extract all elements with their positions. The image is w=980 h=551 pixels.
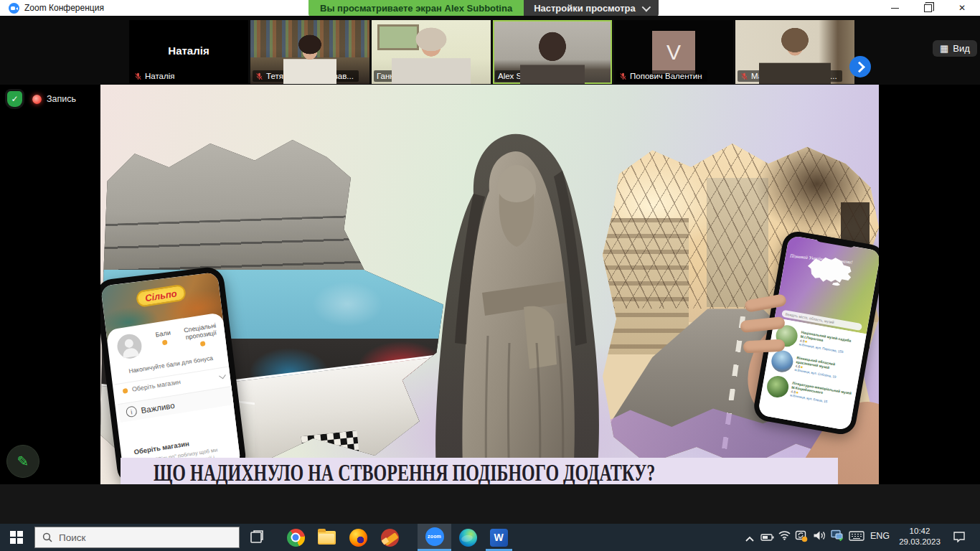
task-view-button[interactable] <box>248 529 265 545</box>
participant-tile-tetyana[interactable]: Тетяна Ткаченко, зав... <box>250 20 369 84</box>
annotate-button[interactable]: ✎ <box>6 445 39 478</box>
offers-dot <box>199 341 205 347</box>
points-dot <box>161 339 167 345</box>
muted-mic-icon <box>740 72 748 80</box>
participant-name-label: Тетяна Ткаченко, зав... <box>266 72 354 80</box>
recording-indicator: Запись <box>47 94 76 104</box>
store-dot-icon <box>123 387 128 393</box>
muted-mic-icon <box>134 72 142 80</box>
taskbar-search-input[interactable]: Поиск <box>34 527 240 548</box>
clock[interactable]: 10:42 29.03.2023 <box>895 526 944 547</box>
silpo-logo: Сільпо <box>136 284 187 308</box>
view-mode-button[interactable]: ▦Вид <box>933 40 977 57</box>
security-shield-icon[interactable]: ✓ <box>7 91 22 107</box>
search-placeholder: Поиск <box>59 532 85 543</box>
zoom-toolbar: Включить звук Начать видео 26 Участники … <box>0 484 980 524</box>
taskbar-zoom-icon-active[interactable]: zoom <box>418 524 451 551</box>
ukraine-map-icon <box>802 247 860 288</box>
tree-canopy <box>755 133 879 235</box>
participant-name-label: Наталія <box>145 72 174 80</box>
participant-tile-ganna[interactable]: Ганна Михайліченко <box>372 20 491 84</box>
view-options-label: Настройки просмотра <box>534 3 636 14</box>
restore-button[interactable] <box>911 0 944 16</box>
zoom-app-icon <box>9 3 19 14</box>
participant-name-label: Ганна Михайліченко <box>377 72 454 80</box>
volume-icon[interactable] <box>813 530 826 544</box>
participant-name-label: Марина Балджи, ОН... <box>751 72 837 80</box>
notification-center-icon[interactable] <box>953 531 966 545</box>
screen-share-banner: Вы просматриваете экран Alex Subbotina Н… <box>308 0 659 17</box>
select-store-label: Оберіть магазин <box>131 378 181 393</box>
info-icon: i <box>126 405 138 418</box>
next-participants-button[interactable] <box>849 56 871 77</box>
pencil-icon: ✎ <box>17 453 29 470</box>
close-button[interactable]: ✕ <box>946 0 979 16</box>
muted-mic-icon <box>255 72 263 80</box>
taskbar-explorer-icon[interactable] <box>316 527 336 547</box>
muted-mic-icon <box>619 72 627 80</box>
participants-filmstrip: Наталія Наталія Тетяна Ткаченко, зав... … <box>0 16 980 85</box>
restore-icon <box>924 4 932 12</box>
taskbar-firefox-icon[interactable] <box>348 527 368 547</box>
minimize-button[interactable] <box>878 0 911 16</box>
shared-screen-slide: РИБА <box>100 85 879 484</box>
view-options-dropdown[interactable]: Настройки просмотра <box>524 0 659 17</box>
keyboard-icon[interactable] <box>849 531 864 544</box>
statue-photo <box>416 128 617 484</box>
museum-photo <box>765 375 791 400</box>
taskbar-word-icon[interactable]: W <box>489 527 509 547</box>
participant-tile-natalia[interactable]: Наталія Наталія <box>129 20 248 84</box>
important-label: Важливо <box>141 400 176 414</box>
search-icon <box>42 532 52 542</box>
silpo-card: Бали Спеціальні пропозиції Накопичуйте б… <box>106 312 241 480</box>
taskbar-chrome-icon[interactable] <box>286 527 306 547</box>
museum-app-header: Пізнавай Україну разом з нами! Введіть м… <box>775 235 879 334</box>
taskbar-edge-icon[interactable] <box>458 527 478 547</box>
participant-name-label: Alex Subbotina <box>498 72 553 80</box>
wifi-icon[interactable] <box>778 530 791 543</box>
grid-icon: ▦ <box>940 43 948 54</box>
museum-photo <box>770 349 795 374</box>
chevron-right-icon <box>854 61 865 72</box>
silpo-app-phone: Сільпо Бали Спеціальні пропозиції Накопи… <box>100 265 248 484</box>
date: 29.03.2023 <box>895 537 944 547</box>
offers-column[interactable]: Спеціальні пропозиції <box>179 321 222 349</box>
sync-notification-icon[interactable] <box>795 530 808 545</box>
museum-list: Національний музей-садиба М.І.Пирогова 4… <box>758 318 867 431</box>
chevron-down-icon <box>641 3 651 12</box>
language-indicator[interactable]: ENG <box>870 531 890 541</box>
view-label: Вид <box>953 43 970 54</box>
battery-icon[interactable] <box>760 532 774 545</box>
tray-expand-chevron[interactable] <box>745 532 755 545</box>
time: 10:42 <box>895 526 944 537</box>
finger <box>743 339 786 353</box>
participant-tile-marina[interactable]: Марина Балджи, ОН... <box>735 20 854 84</box>
window-title: Zoom Конференция <box>24 3 104 13</box>
minimize-icon <box>891 8 899 9</box>
slide-title: ЩО НАДИХНУЛО НА СТВОРЕННЯ ПОДІБНОГО ДОДА… <box>154 458 655 484</box>
participant-tile-popovich[interactable]: V Попович Валентин <box>614 20 733 84</box>
display-connect-icon[interactable] <box>831 529 844 545</box>
participant-name-label: Попович Валентин <box>630 72 702 80</box>
participant-display-name: Наталія <box>129 44 248 57</box>
start-button[interactable] <box>0 524 33 551</box>
viewing-screen-text: Вы просматриваете экран Alex Subbotina <box>308 0 524 17</box>
chevron-down-icon <box>219 372 226 379</box>
windows-logo-icon <box>10 531 23 544</box>
recording-dot-icon <box>32 95 42 104</box>
avatar[interactable] <box>116 332 143 360</box>
points-column[interactable]: Бали <box>149 328 179 347</box>
participant-tile-alex-active-speaker[interactable]: Alex Subbotina <box>493 20 612 84</box>
taskbar-ccleaner-icon[interactable] <box>380 527 400 547</box>
avatar: V <box>652 31 695 74</box>
